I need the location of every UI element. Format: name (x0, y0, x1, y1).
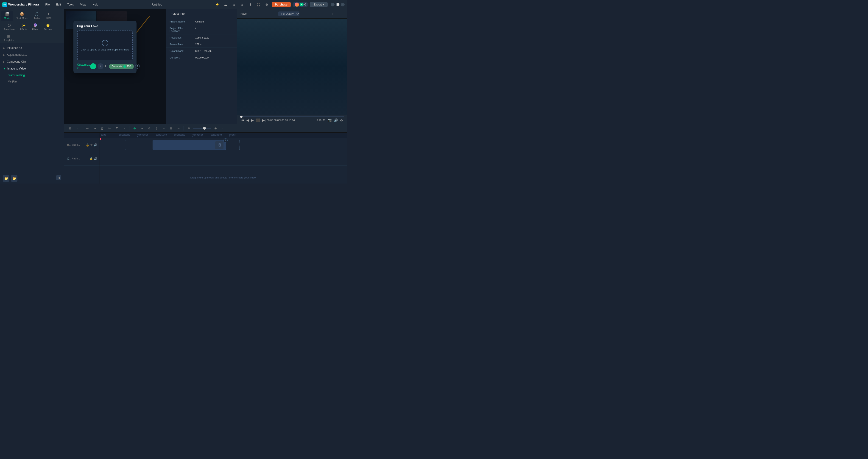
undo-button[interactable]: ↩ (84, 125, 91, 131)
help-button[interactable]: ? (135, 64, 140, 69)
refresh-button[interactable]: ↻ (105, 64, 107, 68)
fullscreen-icon[interactable]: ⊟ (338, 10, 344, 17)
cloud-icon[interactable]: ☁ (222, 1, 229, 8)
project-title: Untitled (102, 3, 212, 6)
close-button[interactable]: ✕ (341, 3, 345, 6)
collapse-panel-button[interactable]: ◀ (56, 175, 61, 180)
sidebar-item-adjustment-la[interactable]: ▶ Adjustment La... (0, 52, 64, 58)
maximize-button[interactable]: ⬜ (336, 3, 340, 6)
grid-view-icon[interactable]: ⊞ (330, 10, 336, 17)
export-frame-button[interactable]: ⬆ (321, 118, 327, 123)
track-icons: 🔒 👁 🔊 (86, 143, 97, 146)
add-folder-button[interactable]: 📁 (3, 175, 9, 182)
image-to-video-popup: Hug Your Love + Click to upload or drag … (73, 21, 136, 73)
volume-button[interactable]: 🔊 (333, 118, 339, 123)
media-tab-icon: 🎬 (5, 12, 9, 16)
customize-link[interactable]: Customize > (77, 63, 90, 69)
info-value-location: / (195, 27, 196, 32)
cut-button[interactable]: ✂ (106, 125, 113, 131)
headphone-icon[interactable]: 🎧 (255, 1, 262, 8)
sidebar-sub-items: Start Creating My File (0, 72, 64, 85)
play-button[interactable]: ▶ (250, 118, 255, 123)
settings-player-button[interactable]: ⚙ (339, 118, 344, 123)
sidebar-item-influence-kit[interactable]: ▶ Influence Kit (0, 44, 64, 52)
menu-help[interactable]: Help (90, 2, 100, 7)
select-tool[interactable]: ⊿ (74, 125, 80, 131)
audio-volume-icon[interactable]: 🔊 (94, 157, 97, 160)
audio-lock-icon[interactable]: 🔒 (90, 157, 93, 160)
zoom-track[interactable] (193, 128, 211, 129)
auto-save-icon[interactable]: ⚡ (214, 1, 220, 8)
generate-button[interactable]: Generate ⬤ 250 (109, 64, 134, 69)
new-folder-button[interactable]: 📂 (11, 175, 18, 182)
tab-transitions[interactable]: ⬡ Transitions (1, 22, 17, 32)
progress-bar[interactable] (240, 116, 344, 117)
sidebar-item-image-to-video[interactable]: ▼ Image to Video (0, 65, 64, 72)
delete-button[interactable]: 🗑 (99, 125, 105, 131)
step-forward-button[interactable]: ▶| (261, 118, 267, 123)
tab-effects[interactable]: ✨ Effects (18, 22, 29, 32)
tab-audio[interactable]: 🎵 Audio (31, 10, 42, 21)
more-tools-button[interactable]: » (121, 125, 127, 131)
text-button[interactable]: T (114, 125, 120, 131)
screen-icon[interactable]: ⊞ (230, 1, 237, 8)
snapshot-button[interactable]: 📷 (327, 118, 333, 123)
zoom-out-button[interactable]: ⊖ (186, 125, 192, 131)
menu-edit[interactable]: Edit (54, 2, 63, 7)
stock-tab-icon: 📦 (20, 12, 24, 16)
multi-cam-button[interactable]: ⊞ (168, 125, 175, 131)
zoom-in-button[interactable]: ⊕ (212, 125, 219, 131)
ruler-mark-3: 00:00:15:00 (156, 134, 174, 137)
export-button[interactable]: Export ▾ (310, 2, 328, 7)
upload-zone[interactable]: + Click to upload or drag and drop file(… (77, 31, 133, 60)
tab-titles[interactable]: T Titles (43, 10, 54, 21)
settings-icon[interactable]: ⚙ (264, 1, 270, 8)
crop-button[interactable]: ↔ (138, 125, 145, 131)
stop-button[interactable]: ⬛ (255, 118, 261, 123)
menu-file[interactable]: File (43, 2, 52, 7)
project-info-header: Project Info (166, 9, 237, 18)
tab-stock-media[interactable]: 📦 Stock Media (13, 10, 31, 21)
timeline-main[interactable]: 00:00 00:00:05:00 00:00:10:00 (100, 133, 347, 184)
download-icon[interactable]: ⬇ (247, 1, 253, 8)
tab-stickers[interactable]: ⭐ Stickers (41, 22, 54, 32)
purchase-button[interactable]: Purchase (272, 2, 291, 7)
tab-filters[interactable]: 🔮 Filters (30, 22, 41, 32)
menu-tools[interactable]: Tools (65, 2, 76, 7)
audio-track[interactable] (100, 152, 347, 166)
freeze-button[interactable]: ⊘ (146, 125, 152, 131)
sidebar-sub-my-file[interactable]: My File (5, 78, 64, 85)
add-action-button[interactable]: + (97, 63, 103, 69)
voice-button[interactable]: 🎙 (153, 125, 160, 131)
top-bar-right: ⚡ ☁ ⊞ ▦ ⬇ 🎧 ⚙ Purchase ▲ 0 Export ▾ — ⬜ … (214, 1, 345, 8)
info-value-name: Untitled (195, 20, 204, 23)
quality-select[interactable]: Full Quality (278, 11, 300, 16)
tab-media[interactable]: 🎬 Media (1, 10, 13, 21)
eye-icon[interactable]: 👁 (90, 143, 93, 146)
tab-templates[interactable]: ▦ Templates (1, 33, 17, 43)
credits-coin-icon: ↑ (90, 63, 96, 69)
sidebar-sub-start-creating[interactable]: Start Creating (5, 72, 64, 78)
upload-plus-icon: + (102, 40, 108, 46)
track-motion-button[interactable]: ⊙ (131, 125, 138, 131)
step-back-button[interactable]: ◀ (245, 118, 250, 123)
skip-back-button[interactable]: ⏮ (240, 118, 245, 123)
keyframe-button[interactable]: ≡ (161, 125, 167, 131)
minimize-button[interactable]: — (331, 3, 335, 6)
popup-overlay: Hug Your Love + Click to upload or drag … (64, 9, 166, 124)
info-row-framerate: Frame Rate: 25fps (166, 41, 237, 48)
ruler-mark-1: 00:00:05:00 (119, 134, 137, 137)
more-options-button[interactable]: ⋯ (220, 125, 226, 131)
magnet-tool[interactable]: ⊞ (66, 125, 73, 131)
lock-icon[interactable]: 🔒 (86, 143, 89, 146)
placeholder-clip[interactable] (125, 140, 240, 150)
grid-icon[interactable]: ▦ (239, 1, 245, 8)
redo-button[interactable]: ↪ (92, 125, 98, 131)
marker-button[interactable]: ↔ (175, 125, 182, 131)
bottom-section: ⊞ ⊿ ↩ ↪ 🗑 ✂ T » ⊙ ↔ ⊘ 🎙 ≡ ⊞ ↔ ⊖ (64, 124, 347, 184)
volume-track-icon[interactable]: 🔊 (94, 143, 97, 146)
menu-view[interactable]: View (78, 2, 88, 7)
export-chevron-icon: ▾ (322, 3, 324, 6)
sidebar-item-compound-clip[interactable]: ▶ Compound Clip (0, 58, 64, 65)
video-track[interactable]: 🖼 + (100, 138, 347, 152)
